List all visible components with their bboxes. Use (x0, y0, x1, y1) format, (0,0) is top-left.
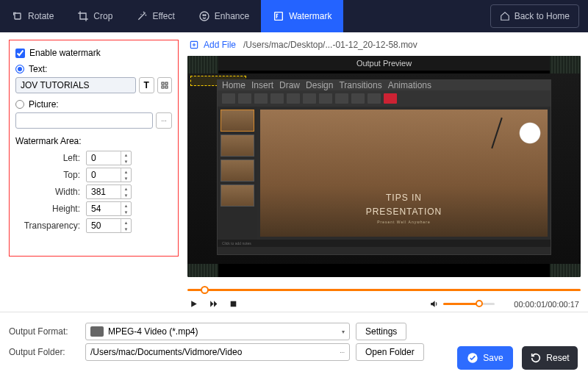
fast-forward-button[interactable] (209, 299, 218, 309)
settings-button[interactable]: Settings (356, 323, 406, 340)
add-file-button[interactable]: Add File (189, 40, 236, 50)
home-icon (500, 11, 510, 21)
preview-title: Output Preview (187, 56, 581, 71)
font-color-button[interactable] (157, 77, 173, 93)
top-input[interactable]: 0▲▼ (86, 168, 132, 182)
svg-rect-5 (162, 82, 164, 85)
watermark-picture-input[interactable] (15, 112, 153, 129)
enable-watermark-label: Enable watermark (29, 48, 101, 58)
text-radio-label: Text: (29, 64, 47, 74)
svg-rect-0 (15, 13, 21, 19)
output-preview: Output Preview HomeInsertDrawDesignTrans… (187, 56, 581, 277)
save-button[interactable]: Save (457, 346, 513, 370)
svg-point-1 (200, 12, 209, 21)
watermark-settings-panel: Enable watermark Text: T Picture: ··· (0, 32, 187, 312)
output-folder-label: Output Folder: (9, 347, 79, 357)
transparency-input[interactable]: 50▲▼ (86, 218, 132, 233)
enhance-icon (198, 10, 210, 22)
effect-tab[interactable]: Effect (124, 0, 186, 32)
rotate-icon (12, 10, 24, 22)
svg-point-2 (203, 15, 204, 15)
effect-icon (136, 10, 148, 22)
watermark-text-input[interactable] (15, 77, 136, 93)
browse-picture-button[interactable]: ··· (156, 112, 172, 129)
reset-icon (530, 352, 542, 364)
play-button[interactable] (189, 299, 198, 309)
output-format-select[interactable]: MPEG-4 Video (*.mp4) ▾ (85, 323, 350, 340)
chevron-down-icon: ▾ (342, 329, 345, 335)
enable-watermark-checkbox[interactable] (15, 49, 25, 58)
watermark-tab[interactable]: Watermark (261, 0, 343, 32)
volume-icon[interactable] (429, 299, 439, 309)
crop-icon (77, 10, 89, 22)
timeline-slider[interactable] (187, 283, 581, 296)
svg-rect-10 (231, 301, 237, 307)
svg-rect-4 (275, 12, 283, 21)
svg-rect-7 (162, 86, 164, 88)
reset-button[interactable]: Reset (522, 346, 578, 370)
time-display: 00:00:01/00:00:17 (514, 300, 579, 309)
picture-radio[interactable] (15, 100, 24, 109)
width-input[interactable]: 381▲▼ (86, 184, 132, 199)
format-icon (90, 326, 104, 337)
output-folder-input[interactable]: /Users/mac/Documents/Vidmore/Video ··· (85, 343, 350, 361)
svg-point-3 (205, 15, 206, 15)
svg-rect-6 (165, 82, 168, 85)
watermark-icon (273, 10, 284, 22)
height-input[interactable]: 54▲▼ (86, 201, 132, 216)
back-to-home-button[interactable]: Back to Home (490, 4, 579, 28)
add-file-icon (189, 40, 199, 50)
font-style-button[interactable]: T (139, 77, 154, 93)
stop-button[interactable] (229, 299, 238, 309)
check-icon (467, 352, 478, 364)
output-format-label: Output Format: (9, 326, 79, 337)
rotate-tab[interactable]: Rotate (0, 0, 65, 32)
watermark-area-label: Watermark Area: (15, 136, 172, 146)
video-content: HomeInsertDrawDesignTransitionsAnimation… (217, 79, 551, 255)
enhance-tab[interactable]: Enhance (187, 0, 261, 32)
color-icon (160, 81, 169, 90)
picture-radio-label: Picture: (29, 99, 59, 110)
open-folder-button[interactable]: Open Folder (356, 343, 424, 361)
left-input[interactable]: 0▲▼ (86, 151, 132, 165)
text-radio[interactable] (15, 65, 24, 74)
file-path-text: /Users/mac/Desktop/...-01-12_20-12-58.mo… (243, 40, 417, 50)
volume-slider[interactable] (443, 303, 495, 305)
more-icon: ··· (340, 349, 345, 356)
svg-rect-8 (165, 86, 168, 88)
crop-tab[interactable]: Crop (65, 0, 124, 32)
